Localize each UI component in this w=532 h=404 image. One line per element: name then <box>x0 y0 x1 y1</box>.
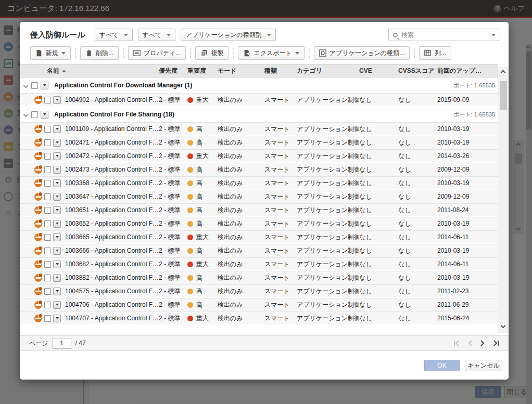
rule-row[interactable]: 1003368 - Application Control F… 2 - 標準 … <box>20 176 498 190</box>
rule-checkbox[interactable] <box>44 97 51 103</box>
columns-button[interactable]: 列... <box>419 46 451 60</box>
rule-row[interactable]: 1002472 - Application Control F… 2 - 標準 … <box>20 149 498 163</box>
rule-menu-button[interactable] <box>53 125 61 133</box>
search-input[interactable] <box>401 31 488 38</box>
rule-menu-button[interactable] <box>53 274 61 282</box>
rule-checkbox[interactable] <box>44 288 51 295</box>
column-header-last-update[interactable]: 前回のアップ… <box>437 67 498 75</box>
rule-row[interactable]: 1003682 - Application Control F… 2 - 標準 … <box>20 257 498 271</box>
rule-menu-button[interactable] <box>53 139 61 147</box>
column-header-mode[interactable]: モード <box>218 67 264 75</box>
chevron-down-icon <box>56 168 59 171</box>
rule-checkbox[interactable] <box>44 275 51 281</box>
column-header-priority[interactable]: 優先度 <box>159 67 187 75</box>
rule-cve: なし <box>359 246 398 255</box>
page-input[interactable] <box>53 338 71 349</box>
scroll-down-icon[interactable] <box>501 323 506 329</box>
table-scrollbar[interactable] <box>498 67 508 333</box>
rule-group-row[interactable]: Application Control For Download Manager… <box>20 77 509 93</box>
next-page-icon[interactable] <box>480 340 485 346</box>
toolbar-separator <box>414 48 415 58</box>
rule-row[interactable]: 1003651 - Application Control F… 2 - 標準 … <box>20 203 498 217</box>
help-link[interactable]: ? ヘルプ <box>493 4 525 13</box>
rule-checkbox[interactable] <box>44 261 51 268</box>
rule-menu-button[interactable] <box>53 179 61 187</box>
properties-button[interactable]: プロパティ... <box>128 46 186 60</box>
rule-menu-button[interactable] <box>53 206 61 214</box>
rule-row[interactable]: 1004707 - Application Control F… 2 - 標準 … <box>20 311 498 325</box>
rule-icon <box>34 96 42 104</box>
column-header-name[interactable]: 名前 <box>47 67 159 75</box>
export-button[interactable]: エクスポート <box>238 46 304 60</box>
rule-category: アプリケーション制御 <box>297 273 359 282</box>
rule-row[interactable]: 1002471 - Application Control F… 2 - 標準 … <box>20 136 498 149</box>
new-button[interactable]: 新規 <box>30 46 71 60</box>
rule-checkbox[interactable] <box>44 234 51 241</box>
last-page-icon[interactable] <box>492 340 499 346</box>
application-types-button[interactable]: アプリケーションの種類... <box>314 46 410 60</box>
group-menu-button[interactable] <box>41 111 48 119</box>
rule-row[interactable]: 1003665 - Application Control F… 2 - 標準 … <box>20 230 498 244</box>
filter-dropdown-2[interactable]: すべて <box>138 29 176 41</box>
rule-mode: 検出のみ <box>218 96 264 105</box>
column-header-severity[interactable]: 重要度 <box>187 67 218 75</box>
chevron-down-icon <box>43 84 46 86</box>
severity-label: 高 <box>196 246 202 255</box>
rule-menu-button[interactable] <box>53 247 61 255</box>
duplicate-button[interactable]: 複製 <box>195 46 229 60</box>
rule-row[interactable]: 1004902 - Application Control F… 2 - 標準 … <box>20 93 498 107</box>
rule-checkbox[interactable] <box>44 193 51 200</box>
rule-row[interactable]: 1004706 - Application Control F… 2 - 標準 … <box>20 298 498 311</box>
delete-button[interactable]: 削除... <box>80 46 119 60</box>
rule-name: 1002473 - Application Control F… <box>65 166 159 173</box>
rule-checkbox[interactable] <box>44 180 51 187</box>
rule-row[interactable]: 1001109 - Application Control F… 2 - 標準 … <box>20 122 498 136</box>
column-header-cvss[interactable]: CVSSスコア <box>398 67 437 75</box>
rule-menu-button[interactable] <box>53 315 61 322</box>
rule-menu-button[interactable] <box>53 301 61 309</box>
rule-checkbox[interactable] <box>44 247 51 254</box>
rule-menu-button[interactable] <box>53 96 61 104</box>
rule-group-row[interactable]: Application Control For File Sharing (18… <box>20 107 509 122</box>
severity-label: 高 <box>196 273 202 282</box>
rule-row[interactable]: 1003882 - Application Control F… 2 - 標準 … <box>20 271 498 284</box>
rule-checkbox[interactable] <box>44 126 51 133</box>
rule-menu-button[interactable] <box>53 288 61 295</box>
rule-menu-button[interactable] <box>53 193 61 201</box>
rule-menu-button[interactable] <box>53 233 61 241</box>
cancel-button[interactable]: キャンセル <box>465 360 502 371</box>
rule-row[interactable]: 1003652 - Application Control F… 2 - 標準 … <box>20 217 498 230</box>
column-header-cve[interactable]: CVE <box>359 67 398 74</box>
rule-checkbox[interactable] <box>44 207 51 214</box>
group-by-dropdown[interactable]: アプリケーションの種類別 <box>181 29 275 41</box>
rule-checkbox[interactable] <box>44 315 51 322</box>
rule-menu-button[interactable] <box>53 220 61 228</box>
rule-checkbox[interactable] <box>44 302 51 308</box>
collapse-chevron-icon[interactable] <box>23 112 29 117</box>
rule-checkbox[interactable] <box>44 166 51 173</box>
column-header-type[interactable]: 種類 <box>264 67 297 75</box>
first-page-icon[interactable] <box>453 340 460 346</box>
rule-row[interactable]: 1003647 - Application Control F… 2 - 標準 … <box>20 190 498 203</box>
rule-checkbox[interactable] <box>44 139 51 146</box>
rule-row[interactable]: 1003666 - Application Control F… 2 - 標準 … <box>20 244 498 257</box>
group-checkbox[interactable] <box>31 82 38 89</box>
column-header-category[interactable]: カテゴリ <box>297 67 359 75</box>
group-menu-button[interactable] <box>41 82 48 89</box>
rule-row[interactable]: 1002473 - Application Control F… 2 - 標準 … <box>20 163 498 176</box>
rule-row[interactable]: 1004575 - Application Control F… 2 - 標準 … <box>20 284 498 298</box>
rule-menu-button[interactable] <box>53 260 61 268</box>
rule-menu-button[interactable] <box>53 152 61 160</box>
prev-page-icon[interactable] <box>467 340 473 346</box>
scroll-thumb[interactable] <box>500 81 507 110</box>
rule-type: スマート <box>264 165 297 174</box>
group-checkbox[interactable] <box>31 111 38 118</box>
scroll-up-icon[interactable] <box>501 70 506 75</box>
collapse-chevron-icon[interactable] <box>23 83 29 88</box>
rule-menu-button[interactable] <box>53 166 61 174</box>
rule-checkbox[interactable] <box>44 153 51 160</box>
rule-checkbox[interactable] <box>44 220 51 227</box>
chevron-down-icon[interactable] <box>491 34 496 36</box>
filter-dropdown-1[interactable]: すべて <box>95 29 133 41</box>
ok-button[interactable]: OK <box>424 360 460 371</box>
